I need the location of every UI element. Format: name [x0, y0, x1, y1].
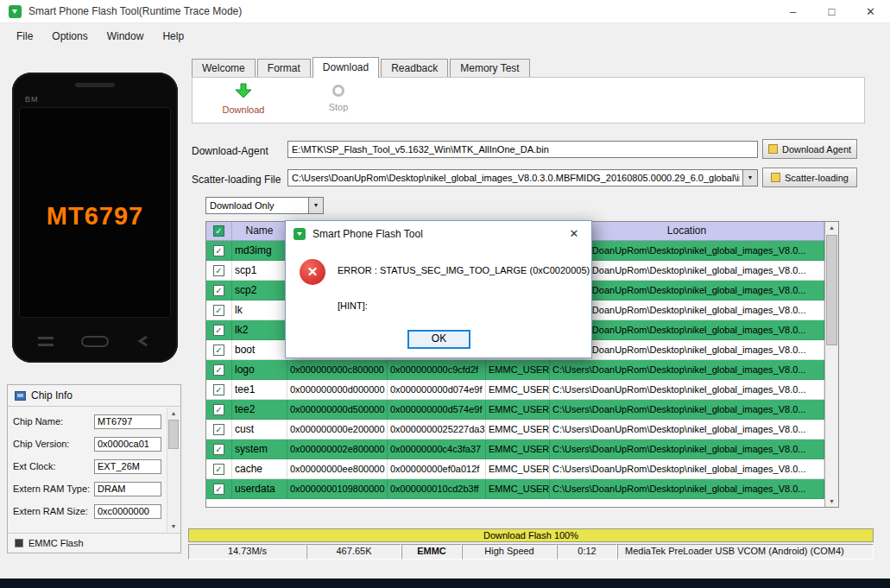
dialog-error-text: ERROR : STATUS_SEC_IMG_TOO_LARGE (0xC002… [338, 265, 590, 275]
minimize-button[interactable]: – [773, 0, 812, 23]
chip-info-title: Chip Info [31, 389, 73, 401]
chevron-down-icon[interactable]: ▼ [742, 170, 757, 186]
row-checkbox[interactable]: ✓ [213, 424, 224, 435]
chip-field-label: Extern RAM Type: [13, 484, 94, 494]
mode-select[interactable]: Download Only ▼ [205, 197, 324, 214]
scatter-loading-button-label: Scatter-loading [785, 173, 849, 183]
chip-field-label: Ext Clock: [13, 461, 94, 471]
chip-field-value: MT6797 [94, 414, 161, 429]
cell-name: cache [232, 459, 287, 478]
scroll-up-icon[interactable]: ▲ [167, 408, 180, 419]
tab-bar: WelcomeFormatDownloadReadbackMemory Test [192, 57, 532, 77]
maximize-button[interactable]: □ [812, 0, 851, 23]
chip-info-footer: EMMC Flash [8, 533, 180, 553]
stop-icon [332, 85, 344, 97]
cell-end: 0x0000000025227da3 [388, 420, 486, 439]
menu-file[interactable]: File [7, 27, 42, 46]
file-icon [771, 173, 780, 182]
row-checkbox[interactable]: ✓ [213, 384, 224, 395]
mode-select-value: Download Only [210, 198, 306, 213]
chip-info-fields: Chip Name:MT6797Chip Version:0x0000ca01E… [13, 410, 161, 522]
status-cell: EMMC [401, 544, 462, 560]
status-cell: 467.65K [306, 544, 401, 560]
download-agent-input[interactable] [287, 141, 758, 158]
cell-location: C:\Users\DoanUpRom\Desktop\nikel_global_… [550, 380, 824, 399]
row-checkbox[interactable]: ✓ [213, 345, 224, 356]
close-button[interactable]: ✕ [851, 0, 890, 23]
chip-field-value: DRAM [94, 482, 161, 496]
menu-options[interactable]: Options [42, 27, 97, 46]
menu-window[interactable]: Window [98, 27, 154, 46]
dialog-title: Smart Phone Flash Tool [312, 228, 423, 240]
row-checkbox-cell: ✓ [206, 380, 232, 399]
status-cell: High Speed [462, 544, 557, 560]
row-checkbox-cell: ✓ [206, 261, 232, 280]
column-header: Name [232, 222, 287, 240]
desktop-strip [0, 579, 890, 588]
row-checkbox[interactable]: ✓ [213, 444, 224, 455]
window-chrome: Smart Phone Flash Tool(Runtime Trace Mod… [0, 0, 890, 579]
progress-label: Download Flash 100% [189, 529, 873, 541]
app-window: Smart Phone Flash Tool(Runtime Trace Mod… [0, 0, 890, 588]
close-icon[interactable]: ✕ [557, 221, 591, 246]
chip-info-field: Extern RAM Size:0xc0000000 [13, 500, 161, 522]
scrollbar-thumb[interactable] [826, 235, 837, 345]
table-row-userdata[interactable]: ✓userdata0x00000001098000000x000000010cd… [206, 479, 838, 499]
download-agent-button[interactable]: Download Agent [762, 139, 857, 159]
cell-end: 0x00000000c4c3fa37 [388, 439, 486, 458]
table-row-tee2[interactable]: ✓tee20x000000000d5000000x000000000d574e9… [206, 400, 838, 420]
row-checkbox[interactable]: ✓ [213, 484, 224, 495]
table-row-cust[interactable]: ✓cust0x000000000e2000000x0000000025227da… [206, 420, 838, 439]
cell-name: userdata [232, 479, 287, 498]
scroll-down-icon[interactable]: ▼ [167, 521, 180, 532]
table-row-system[interactable]: ✓system0x000000002e8000000x00000000c4c3f… [206, 439, 838, 459]
menu-help[interactable]: Help [153, 27, 193, 46]
table-scrollbar[interactable]: ▲ ▼ [824, 222, 838, 507]
scatter-loading-button[interactable]: Scatter-loading [762, 168, 857, 187]
tab-download[interactable]: Download [312, 57, 379, 78]
tab-format[interactable]: Format [257, 59, 311, 77]
chevron-down-icon[interactable]: ▼ [308, 198, 323, 213]
row-checkbox[interactable]: ✓ [213, 404, 224, 415]
ok-button[interactable]: OK [407, 330, 470, 349]
row-checkbox[interactable]: ✓ [213, 245, 224, 256]
row-checkbox[interactable]: ✓ [213, 265, 224, 276]
cell-begin: 0x00000000ee800000 [287, 459, 388, 478]
cell-name: md3img [232, 241, 287, 260]
table-row-tee1[interactable]: ✓tee10x000000000d0000000x000000000d074e9… [206, 380, 838, 400]
scatter-file-label: Scatter-loading File [192, 174, 281, 186]
row-checkbox[interactable]: ✓ [213, 325, 224, 336]
scroll-up-icon[interactable]: ▲ [825, 222, 838, 233]
row-checkbox-cell: ✓ [206, 400, 232, 419]
row-checkbox-cell: ✓ [206, 300, 232, 319]
cell-name: scp1 [232, 261, 287, 280]
header-checkbox[interactable]: ✓ [213, 225, 224, 237]
chip-info-field: Chip Name:MT6797 [13, 410, 161, 433]
phone-preview: BM MT6797 [12, 73, 178, 363]
cell-region: EMMC_USER [486, 479, 550, 498]
row-checkbox[interactable]: ✓ [213, 285, 224, 296]
phone-model-text: MT6797 [12, 202, 178, 231]
scrollbar-thumb[interactable] [168, 420, 179, 449]
tab-memory-test[interactable]: Memory Test [450, 59, 529, 77]
download-action-button[interactable]: Download [207, 83, 280, 115]
row-checkbox-cell: ✓ [206, 320, 232, 339]
tab-welcome[interactable]: Welcome [192, 59, 256, 77]
cell-name: system [232, 439, 287, 458]
chip-info-field: Chip Version:0x0000ca01 [13, 433, 161, 455]
chip-field-label: Extern RAM Size: [13, 506, 94, 516]
stop-action-button[interactable]: Stop [302, 83, 375, 112]
scatter-file-combobox[interactable]: C:\Users\DoanUpRom\Desktop\nikel_global_… [287, 169, 758, 187]
download-agent-button-label: Download Agent [782, 144, 851, 155]
table-row-cache[interactable]: ✓cache0x00000000ee8000000x00000000ef0a01… [206, 459, 838, 479]
table-row-logo[interactable]: ✓logo0x000000000c8000000x000000000c9cfd2… [206, 360, 838, 380]
row-checkbox[interactable]: ✓ [213, 364, 224, 376]
row-checkbox[interactable]: ✓ [213, 305, 224, 316]
menu-bar: FileOptionsWindowHelp [0, 23, 890, 49]
cell-location: C:\Users\DoanUpRom\Desktop\nikel_global_… [550, 400, 824, 419]
tab-readback[interactable]: Readback [381, 59, 448, 77]
row-checkbox[interactable]: ✓ [213, 464, 224, 475]
scroll-down-icon[interactable]: ▼ [825, 496, 838, 507]
chip-info-scrollbar[interactable]: ▲ ▼ [167, 408, 180, 532]
status-cell: 0:12 [557, 544, 617, 560]
